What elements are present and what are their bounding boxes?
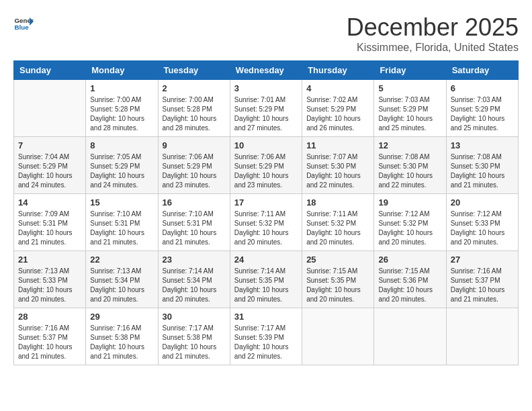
calendar-cell: 14Sunrise: 7:09 AM Sunset: 5:31 PM Dayli… <box>14 194 86 251</box>
day-number: 22 <box>90 255 153 265</box>
day-info: Sunrise: 7:10 AM Sunset: 5:31 PM Dayligh… <box>90 210 153 247</box>
day-number: 8 <box>90 140 153 150</box>
day-info: Sunrise: 7:14 AM Sunset: 5:34 PM Dayligh… <box>163 267 226 304</box>
day-info: Sunrise: 7:15 AM Sunset: 5:35 PM Dayligh… <box>306 267 369 304</box>
calendar-header-monday: Monday <box>86 61 158 80</box>
calendar-cell: 13Sunrise: 7:08 AM Sunset: 5:30 PM Dayli… <box>446 137 518 194</box>
calendar-cell: 18Sunrise: 7:11 AM Sunset: 5:32 PM Dayli… <box>302 194 374 251</box>
calendar-cell: 23Sunrise: 7:14 AM Sunset: 5:34 PM Dayli… <box>158 251 230 308</box>
day-info: Sunrise: 7:03 AM Sunset: 5:29 PM Dayligh… <box>378 95 441 133</box>
day-info: Sunrise: 7:03 AM Sunset: 5:29 PM Dayligh… <box>451 95 514 133</box>
calendar-cell: 8Sunrise: 7:05 AM Sunset: 5:29 PM Daylig… <box>86 137 158 194</box>
calendar-week-2: 7Sunrise: 7:04 AM Sunset: 5:29 PM Daylig… <box>14 137 519 194</box>
day-number: 15 <box>90 197 153 208</box>
calendar-cell: 20Sunrise: 7:12 AM Sunset: 5:33 PM Dayli… <box>446 194 518 251</box>
location: Kissimmee, Florida, United States <box>347 42 519 54</box>
calendar-header-friday: Friday <box>374 61 446 80</box>
day-info: Sunrise: 7:16 AM Sunset: 5:38 PM Dayligh… <box>90 324 153 361</box>
day-info: Sunrise: 7:14 AM Sunset: 5:35 PM Dayligh… <box>234 267 298 304</box>
month-title: December 2025 <box>347 13 519 42</box>
calendar-cell: 27Sunrise: 7:16 AM Sunset: 5:37 PM Dayli… <box>446 251 518 308</box>
calendar-cell: 28Sunrise: 7:16 AM Sunset: 5:37 PM Dayli… <box>14 308 86 365</box>
day-number: 28 <box>18 312 81 322</box>
day-number: 18 <box>306 197 369 208</box>
day-info: Sunrise: 7:15 AM Sunset: 5:36 PM Dayligh… <box>378 267 441 304</box>
calendar-cell: 7Sunrise: 7:04 AM Sunset: 5:29 PM Daylig… <box>14 137 86 194</box>
day-info: Sunrise: 7:06 AM Sunset: 5:29 PM Dayligh… <box>163 152 226 190</box>
calendar-week-3: 14Sunrise: 7:09 AM Sunset: 5:31 PM Dayli… <box>14 194 519 251</box>
calendar-cell: 26Sunrise: 7:15 AM Sunset: 5:36 PM Dayli… <box>374 251 446 308</box>
calendar-cell: 2Sunrise: 7:00 AM Sunset: 5:28 PM Daylig… <box>158 80 230 137</box>
day-info: Sunrise: 7:13 AM Sunset: 5:34 PM Dayligh… <box>90 267 153 304</box>
day-number: 14 <box>18 197 81 208</box>
calendar-cell: 5Sunrise: 7:03 AM Sunset: 5:29 PM Daylig… <box>374 80 446 137</box>
day-number: 30 <box>163 312 226 322</box>
logo: General Blue <box>13 13 36 34</box>
day-number: 31 <box>234 312 298 322</box>
day-number: 7 <box>18 140 81 150</box>
day-number: 13 <box>451 140 514 150</box>
calendar-cell: 10Sunrise: 7:06 AM Sunset: 5:29 PM Dayli… <box>230 137 302 194</box>
calendar-header-saturday: Saturday <box>446 61 518 80</box>
day-number: 11 <box>306 140 369 150</box>
day-number: 16 <box>163 197 226 208</box>
day-info: Sunrise: 7:11 AM Sunset: 5:32 PM Dayligh… <box>234 210 298 247</box>
day-number: 27 <box>451 255 514 265</box>
calendar-cell: 24Sunrise: 7:14 AM Sunset: 5:35 PM Dayli… <box>230 251 302 308</box>
day-info: Sunrise: 7:02 AM Sunset: 5:29 PM Dayligh… <box>306 95 369 133</box>
day-number: 21 <box>18 255 81 265</box>
calendar-cell: 21Sunrise: 7:13 AM Sunset: 5:33 PM Dayli… <box>14 251 86 308</box>
day-info: Sunrise: 7:04 AM Sunset: 5:29 PM Dayligh… <box>18 152 81 190</box>
day-info: Sunrise: 7:16 AM Sunset: 5:37 PM Dayligh… <box>451 267 514 304</box>
calendar-header-sunday: Sunday <box>14 61 86 80</box>
calendar-cell: 22Sunrise: 7:13 AM Sunset: 5:34 PM Dayli… <box>86 251 158 308</box>
day-info: Sunrise: 7:08 AM Sunset: 5:30 PM Dayligh… <box>451 152 514 190</box>
calendar-cell: 12Sunrise: 7:08 AM Sunset: 5:30 PM Dayli… <box>374 137 446 194</box>
calendar-cell: 29Sunrise: 7:16 AM Sunset: 5:38 PM Dayli… <box>86 308 158 365</box>
day-info: Sunrise: 7:12 AM Sunset: 5:33 PM Dayligh… <box>451 210 514 247</box>
day-number: 4 <box>306 83 369 93</box>
calendar-header-wednesday: Wednesday <box>230 61 302 80</box>
calendar-cell: 1Sunrise: 7:00 AM Sunset: 5:28 PM Daylig… <box>86 80 158 137</box>
day-number: 26 <box>378 255 441 265</box>
day-info: Sunrise: 7:10 AM Sunset: 5:31 PM Dayligh… <box>163 210 226 247</box>
page-header: General Blue December 2025 Kissimmee, Fl… <box>13 13 519 54</box>
day-info: Sunrise: 7:16 AM Sunset: 5:37 PM Dayligh… <box>18 324 81 361</box>
day-info: Sunrise: 7:05 AM Sunset: 5:29 PM Dayligh… <box>90 152 153 190</box>
day-info: Sunrise: 7:06 AM Sunset: 5:29 PM Dayligh… <box>234 152 298 190</box>
logo-icon: General Blue <box>13 13 34 34</box>
day-number: 1 <box>90 83 153 93</box>
calendar-cell: 16Sunrise: 7:10 AM Sunset: 5:31 PM Dayli… <box>158 194 230 251</box>
title-block: December 2025 Kissimmee, Florida, United… <box>347 13 519 54</box>
calendar-cell: 31Sunrise: 7:17 AM Sunset: 5:39 PM Dayli… <box>230 308 302 365</box>
day-number: 2 <box>163 83 226 93</box>
day-info: Sunrise: 7:00 AM Sunset: 5:28 PM Dayligh… <box>163 95 226 133</box>
day-info: Sunrise: 7:01 AM Sunset: 5:29 PM Dayligh… <box>234 95 298 133</box>
calendar-cell <box>302 308 374 365</box>
day-number: 24 <box>234 255 298 265</box>
calendar-cell: 19Sunrise: 7:12 AM Sunset: 5:32 PM Dayli… <box>374 194 446 251</box>
calendar-week-5: 28Sunrise: 7:16 AM Sunset: 5:37 PM Dayli… <box>14 308 519 365</box>
day-info: Sunrise: 7:09 AM Sunset: 5:31 PM Dayligh… <box>18 210 81 247</box>
day-number: 9 <box>163 140 226 150</box>
calendar-cell <box>14 80 86 137</box>
day-number: 12 <box>378 140 441 150</box>
day-info: Sunrise: 7:07 AM Sunset: 5:30 PM Dayligh… <box>306 152 369 190</box>
day-number: 19 <box>378 197 441 208</box>
day-number: 17 <box>234 197 298 208</box>
day-info: Sunrise: 7:08 AM Sunset: 5:30 PM Dayligh… <box>378 152 441 190</box>
day-number: 6 <box>451 83 514 93</box>
svg-text:Blue: Blue <box>15 24 30 31</box>
day-number: 10 <box>234 140 298 150</box>
calendar-cell: 3Sunrise: 7:01 AM Sunset: 5:29 PM Daylig… <box>230 80 302 137</box>
calendar-cell: 30Sunrise: 7:17 AM Sunset: 5:38 PM Dayli… <box>158 308 230 365</box>
calendar-cell: 9Sunrise: 7:06 AM Sunset: 5:29 PM Daylig… <box>158 137 230 194</box>
calendar-header-tuesday: Tuesday <box>158 61 230 80</box>
calendar-week-4: 21Sunrise: 7:13 AM Sunset: 5:33 PM Dayli… <box>14 251 519 308</box>
calendar-cell: 4Sunrise: 7:02 AM Sunset: 5:29 PM Daylig… <box>302 80 374 137</box>
calendar-cell <box>374 308 446 365</box>
day-info: Sunrise: 7:00 AM Sunset: 5:28 PM Dayligh… <box>90 95 153 133</box>
day-number: 20 <box>451 197 514 208</box>
calendar-cell: 11Sunrise: 7:07 AM Sunset: 5:30 PM Dayli… <box>302 137 374 194</box>
day-number: 3 <box>234 83 298 93</box>
